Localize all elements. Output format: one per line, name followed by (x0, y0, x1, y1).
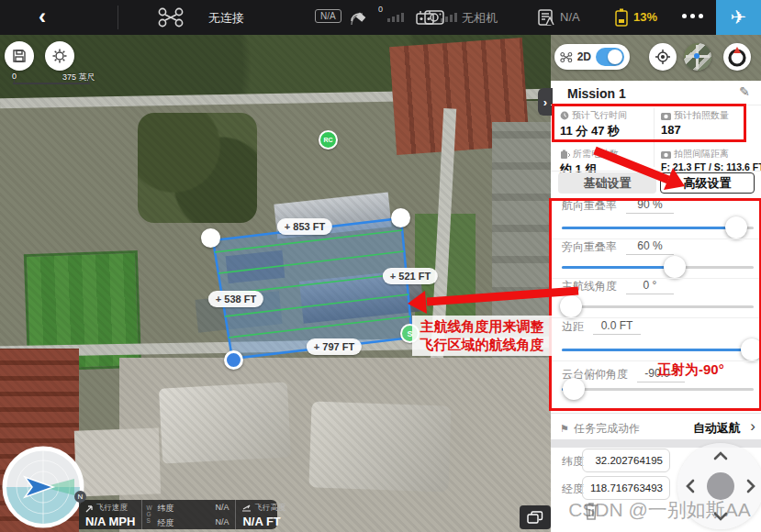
nudge-up-button[interactable] (715, 453, 726, 459)
route-angle-slider[interactable] (562, 305, 754, 308)
plus-icon: + (216, 294, 221, 305)
speed-label: 飞行速度 (96, 503, 128, 514)
gps-count: 0 (378, 5, 383, 14)
latitude-label: 纬度 (562, 454, 584, 470)
nudge-down-button[interactable] (715, 514, 726, 519)
photo-interval-icon (661, 150, 671, 159)
compass-reset-button[interactable] (723, 43, 751, 71)
rc-status-value: N/A (560, 10, 580, 24)
stat-value: 187 (661, 123, 681, 137)
stat-label: 预计拍照数量 (674, 109, 729, 122)
back-button[interactable]: ‹ (39, 4, 46, 29)
dpad-chevrons (677, 443, 761, 529)
drone-status-icon (158, 7, 184, 28)
map-scale-bar (13, 83, 90, 84)
nudge-right-button[interactable] (748, 481, 754, 492)
slider-handle[interactable] (664, 256, 686, 278)
chevron-right-icon: › (750, 417, 755, 436)
telemetry-speed: 飞行速度 N/A MPH (79, 500, 141, 529)
stat-label: 拍照间隔距离 (674, 148, 729, 161)
dpad-center-button[interactable] (707, 472, 734, 500)
stat-label: 所需电池数 (573, 148, 619, 161)
speed-arrow-icon (85, 504, 94, 513)
connection-status: 无连接 (208, 10, 244, 27)
speed-value: N/A MPH (85, 515, 135, 528)
map-2d-toggle[interactable] (596, 48, 624, 66)
divider (551, 360, 761, 361)
side-overlap-slider[interactable] (562, 266, 754, 269)
map-layers-button[interactable] (520, 505, 551, 529)
course-overlap-value[interactable]: 90 % (626, 198, 674, 214)
telemetry-bar: 飞行速度 N/A MPH WGS 纬度N/A 经度N/A 飞行高度 N/A FT (79, 500, 277, 529)
save-mission-button[interactable] (5, 41, 34, 71)
clock-icon (560, 111, 569, 120)
nudge-left-button[interactable] (688, 481, 693, 492)
annotation-gimbal-note: 正射为-90° (657, 361, 724, 379)
telemetry-altitude: 飞行高度 N/A FT (235, 500, 292, 529)
flight-mode-badge: N/A (315, 9, 341, 23)
finish-action-label: 任务完成动作 (574, 421, 640, 437)
drone-icon (560, 51, 573, 63)
finish-action-row[interactable]: ⚑ 任务完成动作 自动返航 › (551, 413, 761, 440)
camera-count-icon (661, 112, 671, 120)
edge-distance-label: + 538 FT (208, 291, 263, 307)
longitude-input[interactable]: 118.716763493 (582, 476, 670, 500)
altitude-value: N/A FT (242, 515, 285, 528)
latitude-input[interactable]: 32.202764195 (582, 449, 670, 472)
north-label: N (78, 493, 84, 501)
compass-north-badge: N (74, 491, 86, 503)
course-overlap-label: 航向重叠率 (562, 198, 617, 214)
start-flight-button[interactable]: ✈ (716, 0, 761, 35)
margin-label: 边距 (562, 319, 584, 335)
edit-mission-icon[interactable]: ✎ (739, 84, 750, 99)
mission-polygon (213, 218, 412, 359)
delete-button[interactable] (582, 501, 600, 525)
app-window: S RC + 853 FT + 521 FT + 538 FT + 797 FT (0, 0, 761, 532)
slider-handle[interactable] (741, 338, 761, 360)
layers-icon (527, 511, 543, 524)
attitude-compass (1, 445, 85, 529)
annotation-note: 主航线角度用来调整 飞行区域的航线角度 (412, 316, 552, 356)
rc-position-marker: RC (319, 130, 338, 150)
route-angle-value[interactable]: 0 ° (626, 279, 674, 294)
divider (654, 108, 655, 167)
top-status-bar: ‹ 无连接 N/A 0 无相机 (0, 0, 761, 35)
more-menu-button[interactable] (682, 14, 703, 18)
margin-value[interactable]: 0.0 FT (593, 319, 641, 335)
wgs-label: WGS (146, 504, 152, 524)
minimap-position-dot (694, 53, 699, 59)
camera-signal-icon (424, 8, 446, 26)
divider (551, 171, 761, 172)
locate-button[interactable] (649, 43, 677, 71)
margin-slider[interactable] (562, 349, 754, 351)
locate-icon (655, 49, 671, 65)
waypoint-vertex-selected[interactable] (224, 350, 243, 370)
side-overlap-value[interactable]: 60 % (626, 239, 674, 255)
gear-icon (51, 48, 68, 64)
map-mode-label: 2D (577, 50, 591, 63)
tab-basic-settings[interactable]: 基础设置 (558, 172, 656, 194)
telemetry-lon-value: N/A (215, 517, 229, 529)
plus-icon: + (390, 271, 396, 282)
edge-distance-value: 797 FT (322, 341, 354, 352)
save-icon (12, 49, 27, 63)
map-mode-pill: 2D (554, 44, 630, 70)
course-overlap-slider[interactable] (562, 227, 754, 229)
altitude-label: 飞行高度 (254, 503, 285, 514)
minimap-thumbnail[interactable] (684, 43, 711, 71)
telemetry-lat-label: 纬度 (157, 503, 173, 515)
tab-advanced-settings[interactable]: 高级设置 (660, 172, 755, 194)
altitude-icon (242, 504, 252, 513)
edge-distance-value: 853 FT (293, 221, 325, 232)
slider-handle[interactable] (560, 295, 582, 317)
slider-handle[interactable] (725, 216, 747, 238)
slider-handle[interactable] (563, 378, 585, 400)
trash-icon (582, 501, 600, 521)
mission-settings-button[interactable] (45, 41, 74, 71)
telemetry-lat-value: N/A (215, 503, 229, 515)
waypoint-vertex[interactable] (391, 208, 410, 227)
slider-row-label: 边距 0.0 FT (562, 319, 641, 335)
gimbal-pitch-slider[interactable] (562, 388, 754, 391)
waypoint-vertex[interactable] (201, 228, 220, 248)
slider-row-label: 航向重叠率 90 % (562, 198, 674, 214)
